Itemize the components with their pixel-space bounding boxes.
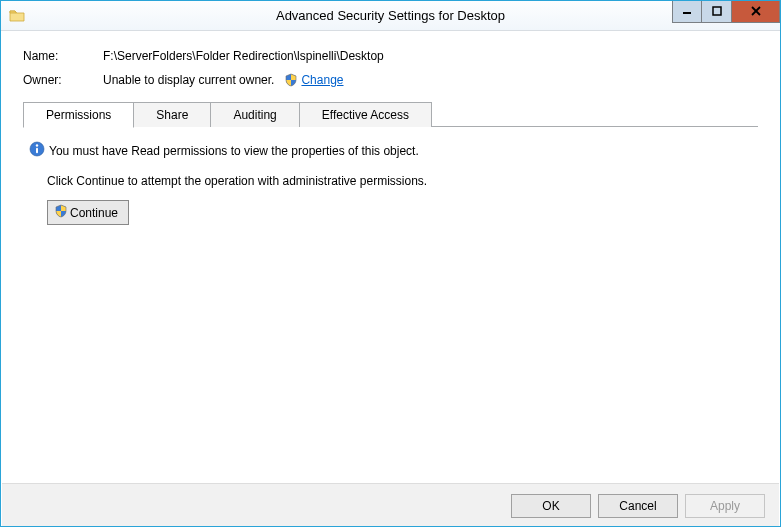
- info-icon: [29, 141, 45, 160]
- cancel-button[interactable]: Cancel: [598, 494, 678, 518]
- shield-icon: [54, 204, 68, 221]
- continue-button[interactable]: Continue: [47, 200, 129, 225]
- name-value: F:\ServerFolders\Folder Redirection\lspi…: [103, 49, 758, 63]
- minimize-button[interactable]: [672, 1, 702, 23]
- ok-button[interactable]: OK: [511, 494, 591, 518]
- titlebar: Advanced Security Settings for Desktop: [1, 1, 780, 31]
- instruction-text: Click Continue to attempt the operation …: [47, 174, 752, 188]
- folder-icon: [9, 8, 25, 24]
- tab-auditing[interactable]: Auditing: [210, 102, 299, 127]
- window-title: Advanced Security Settings for Desktop: [1, 8, 780, 23]
- svg-rect-6: [36, 148, 38, 154]
- tab-permissions[interactable]: Permissions: [23, 102, 134, 128]
- svg-rect-1: [713, 7, 721, 15]
- apply-button: Apply: [685, 494, 765, 518]
- tab-share[interactable]: Share: [133, 102, 211, 127]
- close-button[interactable]: [732, 1, 780, 23]
- owner-label: Owner:: [23, 73, 103, 90]
- tabs: Permissions Share Auditing Effective Acc…: [23, 102, 758, 127]
- tab-effective-access[interactable]: Effective Access: [299, 102, 432, 127]
- window-controls: [672, 1, 780, 23]
- svg-point-5: [36, 144, 38, 146]
- tab-body: You must have Read permissions to view t…: [23, 127, 758, 225]
- owner-text: Unable to display current owner.: [103, 73, 274, 87]
- info-text: You must have Read permissions to view t…: [49, 144, 419, 158]
- shield-icon: [284, 73, 298, 90]
- change-owner-link[interactable]: Change: [301, 73, 343, 87]
- owner-value: Unable to display current owner. Change: [103, 73, 758, 90]
- footer: OK Cancel Apply: [2, 483, 779, 527]
- content-area: Name: F:\ServerFolders\Folder Redirectio…: [1, 31, 780, 225]
- maximize-button[interactable]: [702, 1, 732, 23]
- continue-label: Continue: [70, 206, 118, 220]
- name-label: Name:: [23, 49, 103, 63]
